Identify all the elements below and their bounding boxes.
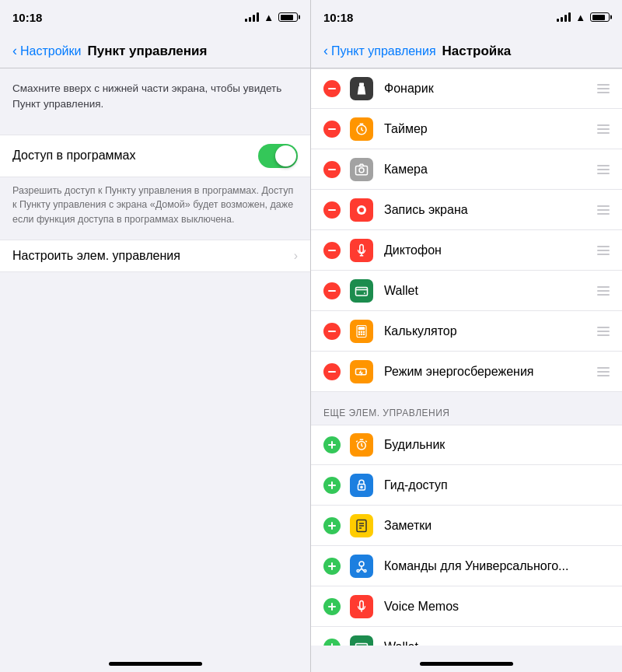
- svg-point-7: [359, 208, 364, 212]
- left-panel: 10:18 ▲ ‹ Настройки Пункт управления Сма…: [0, 0, 311, 672]
- svg-rect-0: [359, 83, 364, 87]
- svg-point-20: [361, 486, 362, 488]
- drag-handle-wallet[interactable]: [597, 286, 610, 296]
- more-item-notes[interactable]: Заметки: [311, 506, 622, 546]
- more-item-alarm[interactable]: Будильник: [311, 425, 622, 465]
- label-wallet2: Wallet: [384, 640, 610, 646]
- included-item-screen-record[interactable]: Запись экрана: [311, 190, 622, 230]
- right-signal-icon: [557, 12, 571, 22]
- left-nav-bar: ‹ Настройки Пункт управления: [0, 34, 310, 68]
- plus-icon-v-shortcuts: [331, 562, 333, 570]
- left-description-text: Смахните вверх с нижней части экрана, чт…: [12, 81, 298, 113]
- svg-point-14: [358, 334, 360, 335]
- customize-row[interactable]: Настроить элем. управления ›: [0, 240, 310, 272]
- svg-point-16: [363, 334, 365, 335]
- minus-button-flashlight[interactable]: [323, 80, 341, 97]
- right-battery-icon: [590, 12, 610, 22]
- label-voice-memo: Диктофон: [384, 243, 597, 257]
- signal-icon: [245, 12, 259, 22]
- minus-button-calculator[interactable]: [323, 323, 341, 340]
- drag-handle-voice-memo[interactable]: [597, 246, 610, 255]
- minus-button-screen-record[interactable]: [323, 201, 341, 219]
- minus-icon-camera: [328, 169, 336, 170]
- svg-point-27: [364, 569, 366, 572]
- drag-handle-flashlight[interactable]: [597, 84, 610, 93]
- left-description-box: Смахните вверх с нижней части экрана, чт…: [0, 68, 310, 122]
- more-items-list: Будильник Гид-доступ Заметки Команды для…: [311, 425, 622, 646]
- svg-point-13: [363, 331, 365, 333]
- icon-flashlight: [350, 77, 373, 100]
- included-item-camera[interactable]: Камера: [311, 149, 622, 190]
- right-wifi-icon: ▲: [575, 12, 585, 23]
- drag-handle-screen-record[interactable]: [597, 205, 610, 215]
- drag-handle-timer[interactable]: [597, 124, 610, 134]
- label-flashlight: Фонарик: [384, 82, 597, 96]
- plus-icon-v-wallet2: [331, 643, 333, 646]
- drag-handle-camera[interactable]: [597, 165, 610, 174]
- minus-icon-wallet: [328, 290, 336, 292]
- minus-icon-timer: [328, 128, 336, 130]
- left-back-button[interactable]: ‹ Настройки: [12, 43, 81, 59]
- included-item-voice-memo[interactable]: Диктофон: [311, 230, 622, 271]
- more-item-wallet2[interactable]: Wallet: [311, 627, 622, 646]
- more-item-guided-access[interactable]: Гид-доступ: [311, 465, 622, 506]
- right-content: Фонарик Таймер Камера: [311, 68, 622, 646]
- plus-button-notes[interactable]: [323, 517, 341, 534]
- minus-button-timer[interactable]: [323, 121, 341, 138]
- right-home-bar: [420, 662, 513, 666]
- access-in-apps-toggle[interactable]: [258, 144, 298, 168]
- right-panel: 10:18 ▲ ‹ Пункт управления Настройка: [311, 0, 622, 672]
- icon-alarm: [350, 433, 373, 457]
- minus-button-voice-memo[interactable]: [323, 242, 341, 259]
- included-item-timer[interactable]: Таймер: [311, 109, 622, 149]
- included-item-wallet[interactable]: Wallet: [311, 271, 622, 311]
- plus-button-alarm[interactable]: [323, 436, 341, 453]
- left-status-icons: ▲: [245, 12, 298, 23]
- svg-rect-10: [358, 327, 365, 329]
- included-item-power-save[interactable]: Режим энергосбережения: [311, 352, 622, 392]
- right-status-bar: 10:18 ▲: [311, 0, 622, 34]
- svg-point-5: [359, 167, 364, 172]
- svg-point-12: [361, 331, 362, 333]
- access-in-apps-row[interactable]: Доступ в программах: [0, 135, 310, 177]
- minus-button-power-save[interactable]: [323, 363, 341, 380]
- label-screen-record: Запись экрана: [384, 203, 597, 217]
- svg-point-25: [359, 562, 364, 566]
- battery-icon: [278, 12, 298, 22]
- icon-guided-access: [350, 474, 373, 497]
- minus-button-camera[interactable]: [323, 161, 341, 178]
- drag-handle-calculator[interactable]: [597, 327, 610, 336]
- left-nav-title: Пункт управления: [87, 44, 207, 59]
- left-time: 10:18: [12, 11, 42, 24]
- toggle-knob: [275, 145, 296, 166]
- more-items-section-header: ЕЩЕ ЭЛЕМ. УПРАВЛЕНИЯ: [311, 392, 622, 425]
- plus-button-shortcuts[interactable]: [323, 558, 341, 575]
- minus-icon-flashlight: [328, 88, 336, 89]
- label-camera: Камера: [384, 163, 597, 177]
- right-home-indicator: [311, 646, 622, 672]
- left-content: Смахните вверх с нижней части экрана, чт…: [0, 68, 310, 646]
- right-nav-bar: ‹ Пункт управления Настройка: [311, 34, 622, 68]
- right-back-button[interactable]: ‹ Пункт управления: [323, 43, 436, 59]
- left-back-label: Настройки: [20, 44, 81, 58]
- icon-calculator: [350, 320, 373, 343]
- included-item-calculator[interactable]: Калькулятор: [311, 311, 622, 352]
- plus-button-wallet2[interactable]: [323, 639, 341, 646]
- minus-icon-voice-memo: [328, 250, 336, 251]
- icon-screen-record: [350, 198, 373, 222]
- plus-button-voice-memos[interactable]: [323, 598, 341, 615]
- more-item-shortcuts[interactable]: Команды для Универсального...: [311, 546, 622, 586]
- plus-icon-v-voice-memos: [331, 603, 333, 611]
- access-in-apps-label: Доступ в программах: [12, 149, 258, 163]
- minus-button-wallet[interactable]: [323, 282, 341, 299]
- included-item-flashlight[interactable]: Фонарик: [311, 68, 622, 109]
- customize-chevron-icon: ›: [294, 249, 298, 263]
- label-notes: Заметки: [384, 519, 610, 533]
- plus-button-guided-access[interactable]: [323, 477, 341, 494]
- icon-power-save: [350, 360, 373, 383]
- drag-handle-power-save[interactable]: [597, 367, 610, 376]
- right-back-label: Пункт управления: [331, 44, 436, 58]
- icon-wallet: [350, 279, 373, 303]
- svg-rect-8: [356, 287, 368, 296]
- more-item-voice-memos[interactable]: Voice Memos: [311, 586, 622, 627]
